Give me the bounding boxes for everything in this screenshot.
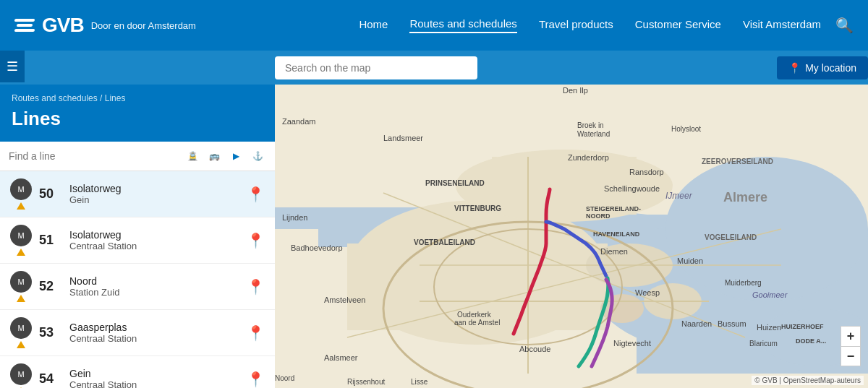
my-location-button[interactable]: 📍 My location	[777, 56, 868, 79]
nav-customer[interactable]: Customer Service	[635, 18, 721, 33]
metro-icon: M	[10, 225, 32, 246]
svg-text:VOGELEILAND: VOGELEILAND	[705, 233, 757, 241]
svg-text:Nigtevecht: Nigtevecht	[613, 339, 651, 348]
svg-text:Zunderdorp: Zunderdorp	[568, 153, 609, 162]
metro-icon: M	[10, 271, 32, 293]
menu-button[interactable]: ☰	[0, 51, 25, 82]
line-route-to: Centraal Station	[69, 241, 247, 251]
main-nav: Home Routes and schedules Travel product…	[359, 17, 821, 33]
nav-routes[interactable]: Routes and schedules	[409, 17, 516, 33]
line-item[interactable]: M 54 Gein Centraal Station 📍	[0, 356, 275, 388]
svg-text:Rijssenhout: Rijssenhout	[347, 378, 385, 386]
line-route-from: Noord	[69, 275, 247, 287]
line-item[interactable]: M 52 Noord Station Zuid 📍	[0, 264, 275, 310]
main-area: Routes and schedules / Lines Lines 🚊 🚌 ▶…	[0, 85, 868, 388]
svg-text:Amstelveen: Amstelveen	[324, 296, 365, 304]
line-route: Gaasperplas Centraal Station	[69, 322, 247, 344]
line-item[interactable]: M 50 Isolatorweg Gein 📍	[0, 171, 275, 217]
sidebar: Routes and schedules / Lines Lines 🚊 🚌 ▶…	[0, 85, 275, 388]
nav-visit[interactable]: Visit Amsterdam	[743, 18, 821, 33]
sidebar-top: Routes and schedules / Lines Lines	[0, 85, 275, 142]
zoom-out-button[interactable]: −	[841, 346, 861, 366]
svg-text:VOETBALEILAND: VOETBALEILAND	[414, 238, 475, 246]
svg-text:Huizen: Huizen	[757, 323, 781, 332]
svg-text:Landsmeer: Landsmeer	[383, 134, 423, 142]
map-canvas: Den Ilp Zaandam Landsmeer Broek in Water…	[275, 85, 868, 388]
line-route-to: Centraal Station	[69, 333, 247, 344]
filter-icons: 🚊 🚌 ▶ ⚓	[184, 149, 266, 163]
svg-text:HAVENEILAND: HAVENEILAND	[593, 230, 640, 238]
warning-icon	[17, 202, 25, 210]
map-pin-icon: 📍	[247, 371, 265, 388]
search-line-area: 🚊 🚌 ▶ ⚓	[0, 142, 275, 171]
search-map-input[interactable]	[275, 56, 477, 79]
filter-tram-icon[interactable]: 🚊	[184, 149, 201, 163]
svg-text:Muiden: Muiden	[677, 256, 703, 265]
line-number: 53	[39, 325, 62, 340]
line-route-from: Gaasperplas	[69, 322, 247, 333]
zoom-in-button[interactable]: +	[841, 326, 861, 346]
line-icon-area: M	[10, 178, 32, 210]
line-icon-area: M	[10, 271, 32, 302]
svg-text:Lijnden: Lijnden	[282, 213, 307, 222]
sidebar-title: Lines	[12, 108, 263, 130]
search-icon[interactable]: 🔍	[835, 17, 854, 34]
breadcrumb: Routes and schedules / Lines	[12, 93, 263, 103]
svg-text:VITTENBURG: VITTENBURG	[454, 204, 501, 212]
map-attribution: © GVB | OpenStreetMap-auteurs	[752, 376, 864, 385]
line-route-to: Station Zuid	[69, 287, 247, 298]
search-line-input[interactable]	[9, 150, 178, 162]
line-number: 52	[39, 279, 62, 294]
warning-icon	[17, 295, 25, 302]
map-pin-icon: 📍	[247, 278, 265, 296]
hamburger-icon: ☰	[7, 59, 18, 74]
line-icon-area: M	[10, 317, 32, 348]
svg-text:Waterland: Waterland	[577, 130, 610, 138]
filter-metro-icon[interactable]: ▶	[227, 149, 244, 163]
location-pin-icon: 📍	[788, 62, 801, 74]
filter-ferry-icon[interactable]: ⚓	[249, 149, 266, 163]
svg-text:DODE A...: DODE A...	[796, 337, 826, 345]
svg-text:Aalsmeer: Aalsmeer	[324, 353, 358, 362]
svg-text:Badhoevedorp: Badhoevedorp	[291, 243, 343, 252]
subheader: 📍 My location	[0, 51, 868, 85]
line-icon-area: M	[10, 363, 32, 388]
nav-travel[interactable]: Travel products	[539, 18, 613, 33]
nav-home[interactable]: Home	[359, 18, 388, 33]
svg-text:Ransdorp: Ransdorp	[629, 168, 664, 176]
map-pin-icon: 📍	[247, 186, 265, 203]
line-route-to: Gein	[69, 194, 247, 205]
logo-gvb-text: GVB	[42, 14, 84, 37]
svg-text:Bussum: Bussum	[718, 319, 746, 328]
svg-text:Weesp: Weesp	[635, 288, 660, 297]
line-number: 51	[39, 233, 62, 248]
svg-text:Muiderberg: Muiderberg	[725, 279, 762, 287]
map-area[interactable]: Den Ilp Zaandam Landsmeer Broek in Water…	[275, 85, 868, 388]
svg-text:HUIZERHOEF: HUIZERHOEF	[781, 323, 824, 330]
line-route: Isolatorweg Gein	[69, 183, 247, 205]
zoom-controls: + −	[841, 326, 861, 366]
line-route-from: Gein	[69, 368, 247, 379]
search-map-container	[275, 56, 477, 79]
line-list: M 50 Isolatorweg Gein 📍 M 51 Isolatorweg…	[0, 171, 275, 388]
warning-icon	[17, 341, 25, 348]
svg-text:Naarden: Naarden	[681, 319, 712, 328]
line-item[interactable]: M 53 Gaasperplas Centraal Station 📍	[0, 310, 275, 356]
line-route: Noord Station Zuid	[69, 275, 247, 298]
line-item[interactable]: M 51 Isolatorweg Centraal Station 📍	[0, 217, 275, 264]
svg-text:Schellingwoude: Schellingwoude	[604, 184, 660, 193]
metro-icon: M	[10, 363, 32, 385]
svg-text:Diemen: Diemen	[600, 247, 628, 256]
svg-text:STEIGEREILAND-: STEIGEREILAND-	[586, 205, 641, 212]
logo-waves-icon	[14, 19, 35, 32]
line-route: Isolatorweg Centraal Station	[69, 229, 247, 251]
header: GVB Door en door Amsterdam Home Routes a…	[0, 0, 868, 51]
my-location-label: My location	[805, 62, 856, 74]
logo-tagline: Door en door Amsterdam	[91, 20, 196, 31]
line-icon-area: M	[10, 225, 32, 256]
svg-text:Den Ilp: Den Ilp	[563, 86, 588, 95]
line-number: 50	[39, 186, 62, 202]
svg-text:Gooimeer: Gooimeer	[752, 290, 788, 299]
line-route: Gein Centraal Station	[69, 368, 247, 388]
filter-bus-icon[interactable]: 🚌	[205, 149, 223, 163]
